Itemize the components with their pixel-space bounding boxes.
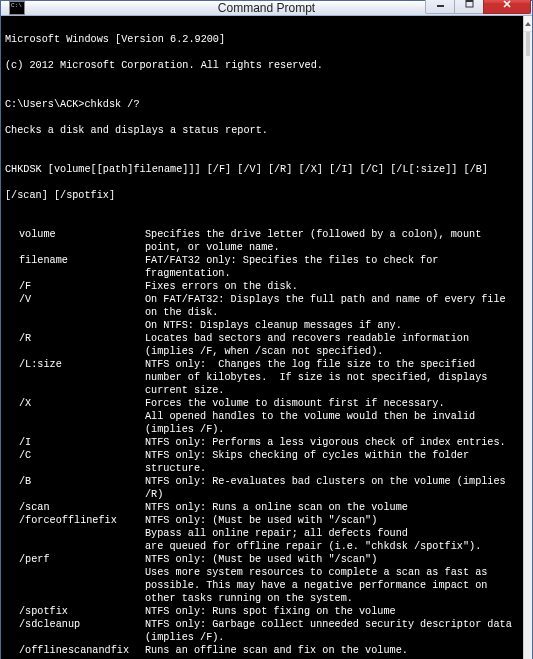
option-desc: Runs an offline scan and fix on the volu… [145,644,519,657]
option-row: /XForces the volume to dismount first if… [5,397,519,436]
chevron-up-icon [524,21,532,27]
scrollbar-track[interactable] [524,32,532,659]
option-desc: NTFS only: (Must be used with "/scan") B… [145,514,519,553]
vertical-scrollbar[interactable] [523,16,532,659]
option-name: /sdcleanup [5,618,145,644]
option-row: /offlinescanandfixRuns an offline scan a… [5,644,519,657]
option-name: /F [5,280,145,293]
svg-rect-2 [466,0,473,2]
options-block: volumeSpecifies the drive letter (follow… [5,228,519,657]
option-desc: On FAT/FAT32: Displays the full path and… [145,293,519,332]
minimize-icon [436,0,445,8]
option-name: filename [5,254,145,280]
option-row: /CNTFS only: Skips checking of cycles wi… [5,449,519,475]
option-row: /L:sizeNTFS only: Changes the log file s… [5,358,519,397]
close-button[interactable] [483,0,531,14]
option-desc: NTFS only: Re-evaluates bad clusters on … [145,475,519,501]
option-desc: FAT/FAT32 only: Specifies the files to c… [145,254,519,280]
minimize-button[interactable] [425,0,455,14]
maximize-button[interactable] [454,0,484,14]
option-desc: Locates bad sectors and recovers readabl… [145,332,519,358]
maximize-icon [465,0,474,8]
option-desc: NTFS only: Runs a online scan on the vol… [145,501,519,514]
terminal-output[interactable]: Microsoft Windows [Version 6.2.9200] (c)… [1,16,523,659]
option-name: /forceofflinefix [5,514,145,553]
version-line: Microsoft Windows [Version 6.2.9200] [5,33,519,46]
option-row: /forceofflinefixNTFS only: (Must be used… [5,514,519,553]
option-name: /scan [5,501,145,514]
svg-rect-0 [437,5,444,7]
app-icon [9,1,25,15]
window-title: Command Prompt [218,1,315,15]
option-row: /VOn FAT/FAT32: Displays the full path a… [5,293,519,332]
option-name: /spotfix [5,605,145,618]
option-row: /BNTFS only: Re-evaluates bad clusters o… [5,475,519,501]
option-row: /RLocates bad sectors and recovers reada… [5,332,519,358]
option-name: /perf [5,553,145,605]
client-area: Microsoft Windows [Version 6.2.9200] (c)… [1,16,532,659]
option-desc: NTFS only: Runs spot fixing on the volum… [145,605,519,618]
option-row: /spotfixNTFS only: Runs spot fixing on t… [5,605,519,618]
option-row: /sdcleanupNTFS only: Garbage collect unn… [5,618,519,644]
option-row: /scanNTFS only: Runs a online scan on th… [5,501,519,514]
option-desc: NTFS only: Skips checking of cycles with… [145,449,519,475]
option-name: /B [5,475,145,501]
option-row: /FFixes errors on the disk. [5,280,519,293]
usage-line-2: [/scan] [/spotfix] [5,189,519,202]
option-name: /I [5,436,145,449]
option-name: /offlinescanandfix [5,644,145,657]
option-row: /perfNTFS only: (Must be used with "/sca… [5,553,519,605]
summary-line: Checks a disk and displays a status repo… [5,124,519,137]
scrollbar-thumb[interactable] [526,32,530,56]
option-desc: Specifies the drive letter (followed by … [145,228,519,254]
option-row: volumeSpecifies the drive letter (follow… [5,228,519,254]
option-desc: Fixes errors on the disk. [145,280,519,293]
option-name: /L:size [5,358,145,397]
option-name: /R [5,332,145,358]
option-desc: NTFS only: Performs a less vigorous chec… [145,436,519,449]
option-desc: NTFS only: (Must be used with "/scan") U… [145,553,519,605]
option-desc: Forces the volume to dismount first if n… [145,397,519,436]
option-name: /V [5,293,145,332]
window-controls [426,0,531,14]
option-row: filenameFAT/FAT32 only: Specifies the fi… [5,254,519,280]
copyright-line: (c) 2012 Microsoft Corporation. All righ… [5,59,519,72]
scroll-up-button[interactable] [524,16,532,32]
prompt-line: C:\Users\ACK>chkdsk /? [5,98,519,111]
option-desc: NTFS only: Changes the log file size to … [145,358,519,397]
prompt-command: chkdsk /? [84,99,139,110]
usage-line-1: CHKDSK [volume[[path]filename]]] [/F] [/… [5,163,519,176]
option-name: volume [5,228,145,254]
close-icon [502,0,512,9]
option-name: /C [5,449,145,475]
option-desc: NTFS only: Garbage collect unneeded secu… [145,618,519,644]
prompt-path: C:\Users\ACK> [5,99,84,110]
option-row: /INTFS only: Performs a less vigorous ch… [5,436,519,449]
titlebar[interactable]: Command Prompt [1,1,532,16]
command-prompt-window: Command Prompt Microsoft Windows [Versio… [0,0,533,659]
option-name: /X [5,397,145,436]
